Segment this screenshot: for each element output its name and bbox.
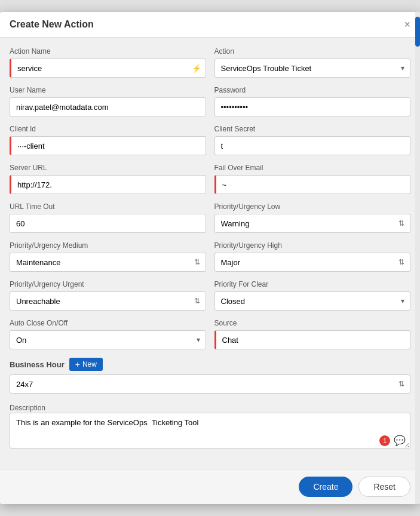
- business-hour-select[interactable]: 24x7: [10, 374, 410, 394]
- row-priority-medium-high: Priority/Urgency Medium Maintenance Prio…: [10, 241, 410, 272]
- username-label: User Name: [10, 86, 206, 94]
- group-auto-close: Auto Close On/Off On: [10, 319, 206, 349]
- group-username: User Name: [10, 86, 206, 116]
- create-button[interactable]: Create: [299, 477, 352, 497]
- group-fail-over-email: Fail Over Email: [214, 164, 411, 194]
- description-textarea[interactable]: This is an example for the ServiceOps Ti…: [10, 413, 410, 449]
- priority-clear-label: Priority For Clear: [214, 280, 411, 288]
- action-select-wrapper: ServiceOps Trouble Ticket: [214, 59, 411, 78]
- group-source: Source: [214, 319, 411, 349]
- group-server-url: Server URL: [10, 164, 206, 194]
- group-client-id: Client Id: [10, 125, 206, 155]
- username-input[interactable]: [10, 97, 206, 116]
- new-business-hour-button[interactable]: New: [69, 358, 103, 371]
- modal-footer: Create Reset: [0, 469, 420, 504]
- group-priority-medium: Priority/Urgency Medium Maintenance: [10, 241, 206, 272]
- description-label: Description: [10, 404, 45, 412]
- group-url-timeout: URL Time Out: [10, 202, 206, 233]
- description-icons: 1 💬: [379, 435, 406, 446]
- priority-urgent-label: Priority/Urgency Urgent: [10, 280, 206, 288]
- group-action-name: Action Name ⚡: [10, 47, 206, 78]
- auto-close-select[interactable]: On: [10, 330, 206, 349]
- priority-medium-select-wrapper: Maintenance: [10, 253, 206, 272]
- action-label: Action: [214, 47, 411, 56]
- modal-body: Action Name ⚡ Action ServiceOps Trouble …: [0, 38, 420, 469]
- group-priority-low: Priority/Urgency Low Warning: [214, 202, 411, 233]
- business-hour-label: Business Hour: [10, 360, 65, 369]
- create-action-modal: Create New Action × Action Name ⚡ Action…: [0, 12, 420, 504]
- priority-medium-select[interactable]: Maintenance: [10, 253, 206, 272]
- priority-clear-select-wrapper: Closed: [214, 291, 411, 311]
- row-priority-urgent-clear: Priority/Urgency Urgent Unreachable Prio…: [10, 280, 410, 311]
- client-secret-label: Client Secret: [214, 125, 411, 133]
- priority-medium-label: Priority/Urgency Medium: [10, 241, 206, 250]
- close-button[interactable]: ×: [404, 19, 410, 30]
- description-wrapper: This is an example for the ServiceOps Ti…: [10, 413, 410, 451]
- modal-header: Create New Action ×: [0, 12, 420, 38]
- password-label: Password: [214, 86, 411, 94]
- row-server-url-email: Server URL Fail Over Email: [10, 164, 410, 194]
- client-secret-input[interactable]: [214, 136, 411, 155]
- row-url-timeout-priority-low: URL Time Out Priority/Urgency Low Warnin…: [10, 202, 410, 233]
- action-name-input-wrapper: ⚡: [10, 59, 206, 78]
- business-hour-section: Business Hour New 24x7: [10, 358, 410, 394]
- client-id-label: Client Id: [10, 125, 206, 133]
- url-timeout-label: URL Time Out: [10, 202, 206, 211]
- auto-close-select-wrapper: On: [10, 330, 206, 349]
- row-auto-close-source: Auto Close On/Off On Source: [10, 319, 410, 349]
- chat-icon: 💬: [394, 435, 406, 446]
- priority-high-select-wrapper: Major: [214, 253, 411, 272]
- action-name-label: Action Name: [10, 47, 206, 56]
- row-username-password: User Name Password: [10, 86, 410, 116]
- url-timeout-input[interactable]: [10, 214, 206, 233]
- new-btn-label: New: [82, 360, 97, 368]
- priority-clear-select[interactable]: Closed: [214, 291, 411, 311]
- description-section: Description This is an example for the S…: [10, 402, 410, 451]
- action-name-input[interactable]: [10, 59, 206, 78]
- password-input[interactable]: [214, 97, 411, 116]
- priority-low-select-wrapper: Warning: [214, 214, 411, 233]
- group-client-secret: Client Secret: [214, 125, 411, 155]
- group-priority-clear: Priority For Clear Closed: [214, 280, 411, 311]
- source-input[interactable]: [214, 330, 411, 349]
- modal-title: Create New Action: [10, 19, 94, 30]
- group-password: Password: [214, 86, 411, 116]
- group-priority-high: Priority/Urgency High Major: [214, 241, 411, 272]
- fail-over-email-input[interactable]: [214, 175, 411, 194]
- priority-high-label: Priority/Urgency High: [214, 241, 411, 250]
- priority-low-select[interactable]: Warning: [214, 214, 411, 233]
- server-url-input[interactable]: [10, 175, 206, 194]
- row-client-id-secret: Client Id Client Secret: [10, 125, 410, 155]
- action-select[interactable]: ServiceOps Trouble Ticket: [214, 59, 411, 78]
- fail-over-email-label: Fail Over Email: [214, 164, 411, 172]
- server-url-label: Server URL: [10, 164, 206, 172]
- lightning-icon: ⚡: [192, 64, 201, 73]
- badge-count: 1: [379, 435, 390, 446]
- priority-low-label: Priority/Urgency Low: [214, 202, 411, 211]
- business-hour-select-wrapper: 24x7: [10, 374, 410, 394]
- priority-high-select[interactable]: Major: [214, 253, 411, 272]
- group-action: Action ServiceOps Trouble Ticket: [214, 47, 411, 78]
- reset-button[interactable]: Reset: [358, 477, 410, 497]
- business-hour-section-header: Business Hour New: [10, 358, 410, 371]
- row-action-name-action: Action Name ⚡ Action ServiceOps Trouble …: [10, 47, 410, 78]
- group-priority-urgent: Priority/Urgency Urgent Unreachable: [10, 280, 206, 311]
- auto-close-label: Auto Close On/Off: [10, 319, 206, 327]
- priority-urgent-select-wrapper: Unreachable: [10, 291, 206, 311]
- source-label: Source: [214, 319, 411, 327]
- priority-urgent-select[interactable]: Unreachable: [10, 291, 206, 311]
- client-id-input[interactable]: [10, 136, 206, 155]
